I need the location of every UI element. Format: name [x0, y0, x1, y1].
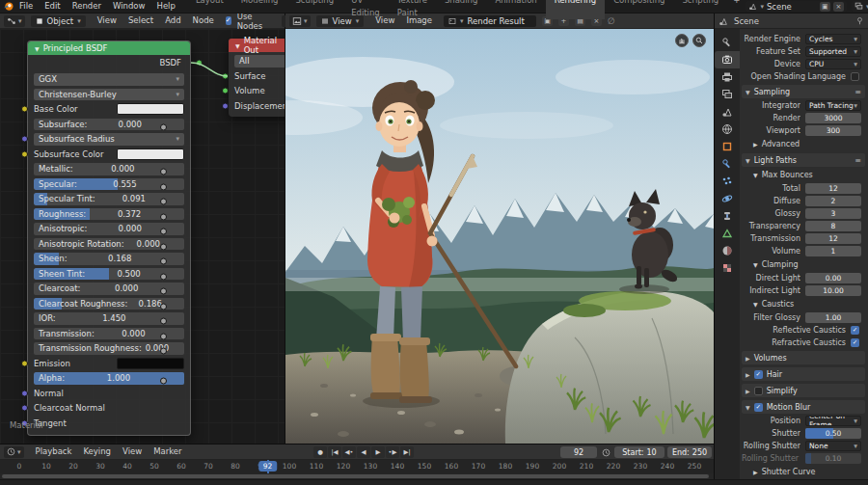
section-motion-blur[interactable]: ▼✓Motion Blur [742, 400, 865, 414]
properties-tab-render[interactable] [715, 51, 740, 68]
principled-bsdf-node[interactable]: ▼ Principled BSDF BSDF GGX▾Christensen-B… [27, 40, 191, 436]
current-frame-field[interactable]: 92 [560, 446, 597, 458]
collapse-arrow-icon[interactable]: ▶ [746, 355, 750, 362]
socket-purple[interactable] [21, 390, 28, 396]
collapse-arrow-icon[interactable]: ▼ [746, 404, 750, 411]
workspace-tab-scripting[interactable]: Scripting [673, 0, 727, 19]
subsection-advanced[interactable]: ▶Advanced [742, 138, 865, 150]
workspace-tab-layout[interactable]: Layout [187, 0, 232, 19]
node-row-transmission[interactable]: Transmission:0.000 [34, 328, 184, 340]
socket-yellow[interactable] [21, 106, 28, 113]
shader-type-dropdown[interactable]: Object ▾ [31, 15, 86, 27]
scene-selector[interactable]: ▾ Scene ▣ × [746, 1, 847, 12]
prop-checkbox-reflective-caustics[interactable]: ✓ [851, 326, 859, 335]
editor-type-button[interactable]: ▾ [4, 15, 25, 27]
workspace-tab-texture-paint[interactable]: Texture Paint [389, 0, 436, 19]
record-button[interactable]: ● [313, 446, 327, 458]
timeline-menu-keying[interactable]: Keying [77, 445, 117, 458]
prop-menu-feature-set[interactable]: Supported▾ [805, 46, 861, 57]
socket-purple[interactable] [222, 102, 229, 109]
node-row-christensen-burley[interactable]: Christensen-Burley▾ [34, 89, 184, 101]
timeline-menu-playback[interactable]: Playback [30, 445, 78, 458]
prop-field-indirect-light[interactable]: 10.00 [805, 285, 861, 296]
node-row-clearcoat-roughness[interactable]: Clearcoat Roughness:0.186 [34, 298, 184, 310]
shader-menu-view[interactable]: View [92, 14, 122, 27]
prop-field-total[interactable]: 12 [805, 183, 861, 194]
previous-keyframe-button[interactable]: ◀• [342, 446, 356, 458]
section-simplify[interactable]: ▶Simplify [742, 384, 865, 397]
shader-menu-add[interactable]: Add [159, 14, 186, 27]
properties-tab-output[interactable] [715, 68, 740, 86]
properties-tab-physics[interactable] [715, 190, 740, 207]
prop-field-diffuse[interactable]: 2 [805, 196, 861, 206]
material-output-node[interactable]: ▼ Material Out AllSurfaceVolumeDisplacem… [229, 39, 285, 117]
timeline-menu-view[interactable]: View [117, 445, 148, 458]
section-light-paths[interactable]: ▼Light Paths≡ [742, 153, 865, 167]
section-checkbox-hair[interactable]: ✓ [754, 370, 763, 379]
socket-gray[interactable] [160, 169, 167, 175]
workspace-tab-sculpting[interactable]: Sculpting [286, 0, 342, 19]
socket-gray[interactable] [160, 273, 167, 280]
prop-field-viewport[interactable]: 300 [805, 125, 861, 136]
render-viewport[interactable] [285, 29, 714, 444]
socket-gray[interactable] [160, 258, 167, 265]
socket-gray[interactable] [160, 199, 167, 205]
menubar-item-edit[interactable]: Edit [39, 0, 66, 13]
socket-green[interactable] [222, 72, 229, 79]
workspace-tab-animation[interactable]: Animation [486, 0, 545, 19]
prop-checkbox-refractive-caustics[interactable]: ✓ [851, 338, 859, 347]
prop-field-render[interactable]: 3000 [805, 113, 861, 123]
properties-tab-particles[interactable] [715, 173, 740, 190]
collapse-arrow-icon[interactable]: ▼ [753, 301, 758, 308]
scene-name[interactable]: Scene [767, 2, 817, 12]
subsection-caustics[interactable]: ▼Caustics [742, 298, 865, 310]
node-row-clearcoat[interactable]: Clearcoat:0.000 [34, 283, 184, 295]
socket-gray[interactable] [160, 123, 167, 130]
properties-tab-object[interactable] [715, 138, 740, 155]
socket-purple[interactable] [21, 405, 28, 412]
node-row-anisotropic-rotation[interactable]: Anisotropic Rotation:0.000 [34, 238, 184, 251]
properties-tab-view-layer[interactable] [715, 86, 740, 103]
next-keyframe-button[interactable]: •▶ [386, 446, 399, 458]
socket-yellow[interactable] [21, 150, 28, 157]
section-hair[interactable]: ▶✓Hair [742, 367, 865, 381]
color-swatch[interactable] [117, 148, 184, 160]
blender-logo-icon[interactable] [3, 1, 14, 13]
play-button[interactable]: ▶ [371, 446, 385, 458]
properties-tab-texture[interactable] [715, 259, 740, 277]
collapse-arrow-icon[interactable]: ▼ [235, 42, 240, 49]
prop-field-filter-glossy[interactable]: 1.00 [805, 312, 861, 323]
properties-tab-constraints[interactable] [715, 207, 740, 225]
current-frame-indicator[interactable]: 92 [258, 461, 278, 472]
socket-yellow[interactable] [21, 360, 28, 366]
bsdf-output-socket[interactable] [196, 60, 203, 67]
collapse-arrow-icon[interactable]: ▶ [746, 371, 750, 378]
prop-field-glossy[interactable]: 3 [805, 208, 861, 219]
node-row-subsurface-radius[interactable]: Subsurface Radius▾ [34, 133, 184, 146]
prop-field-transparency[interactable]: 8 [805, 221, 861, 231]
preset-menu-icon[interactable]: ≡ [854, 156, 861, 165]
workspace-tab-rendering[interactable]: Rendering [546, 0, 605, 19]
node-row-ior[interactable]: IOR:1.450 [34, 312, 184, 325]
workspace-tab-modeling[interactable]: Modeling [232, 0, 287, 19]
properties-tab-object-data[interactable] [715, 225, 740, 242]
node-row-transmission-roughness[interactable]: Transmission Roughness:0.000 [34, 342, 184, 355]
section-checkbox-simplify[interactable] [754, 387, 763, 395]
new-scene-button[interactable]: ▣ [820, 2, 830, 12]
collapse-arrow-icon[interactable]: ▼ [753, 261, 758, 268]
properties-tab-modifiers[interactable] [715, 155, 740, 173]
prop-slider-shutter[interactable]: 0.50 [805, 428, 861, 439]
socket-gray[interactable] [160, 288, 167, 295]
collapse-arrow-icon[interactable]: ▼ [746, 89, 750, 95]
node-row-anisotropic[interactable]: Anisotropic:0.000 [34, 223, 184, 235]
prop-menu-integrator[interactable]: Path Tracing▾ [805, 100, 861, 111]
socket-gray[interactable] [160, 378, 167, 385]
collapse-arrow-icon[interactable]: ▶ [753, 141, 758, 148]
collapse-arrow-icon[interactable]: ▶ [746, 388, 750, 394]
zoom-button[interactable] [692, 34, 706, 47]
timeline-menu-marker[interactable]: Marker [148, 445, 187, 458]
subsection-max-bounces[interactable]: ▼Max Bounces [742, 169, 865, 181]
node-canvas[interactable]: ▼ Principled BSDF BSDF GGX▾Christensen-B… [0, 29, 285, 444]
add-workspace-button[interactable]: + [727, 0, 746, 19]
view-layer-selector[interactable]: ▾ View Layer ▣ × [852, 1, 868, 12]
